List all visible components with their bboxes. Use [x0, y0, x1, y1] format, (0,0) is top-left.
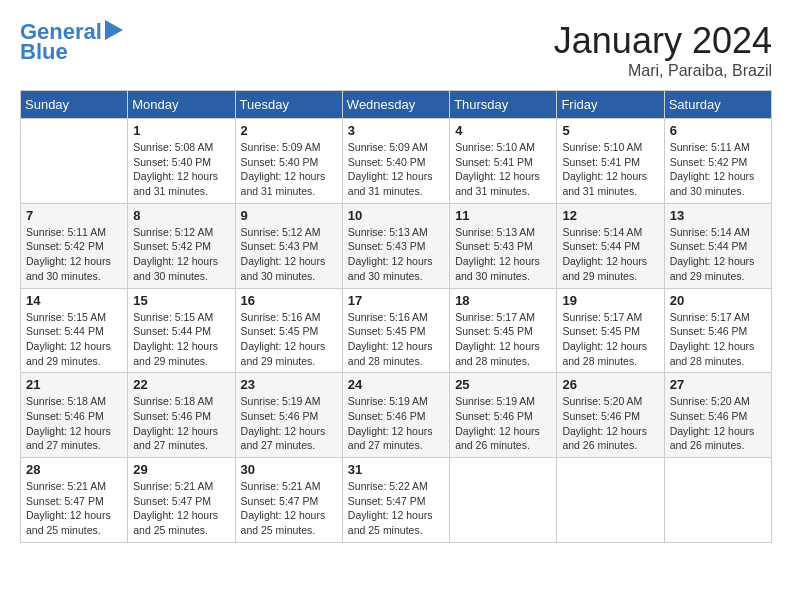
- day-info: Sunrise: 5:10 AMSunset: 5:41 PMDaylight:…: [455, 140, 551, 199]
- day-info: Sunrise: 5:19 AMSunset: 5:46 PMDaylight:…: [348, 394, 444, 453]
- day-number: 7: [26, 208, 122, 223]
- day-info: Sunrise: 5:08 AMSunset: 5:40 PMDaylight:…: [133, 140, 229, 199]
- day-number: 30: [241, 462, 337, 477]
- day-info: Sunrise: 5:18 AMSunset: 5:46 PMDaylight:…: [133, 394, 229, 453]
- day-info: Sunrise: 5:10 AMSunset: 5:41 PMDaylight:…: [562, 140, 658, 199]
- header: General Blue January 2024 Mari, Paraiba,…: [20, 20, 772, 80]
- day-number: 5: [562, 123, 658, 138]
- calendar-cell: 10Sunrise: 5:13 AMSunset: 5:43 PMDayligh…: [342, 203, 449, 288]
- weekday-header-tuesday: Tuesday: [235, 91, 342, 119]
- calendar-cell: [450, 458, 557, 543]
- weekday-header-thursday: Thursday: [450, 91, 557, 119]
- calendar-cell: 15Sunrise: 5:15 AMSunset: 5:44 PMDayligh…: [128, 288, 235, 373]
- svg-marker-0: [105, 20, 123, 40]
- calendar-cell: 28Sunrise: 5:21 AMSunset: 5:47 PMDayligh…: [21, 458, 128, 543]
- calendar-cell: 23Sunrise: 5:19 AMSunset: 5:46 PMDayligh…: [235, 373, 342, 458]
- day-info: Sunrise: 5:09 AMSunset: 5:40 PMDaylight:…: [241, 140, 337, 199]
- calendar-cell: 16Sunrise: 5:16 AMSunset: 5:45 PMDayligh…: [235, 288, 342, 373]
- day-number: 14: [26, 293, 122, 308]
- day-info: Sunrise: 5:15 AMSunset: 5:44 PMDaylight:…: [133, 310, 229, 369]
- calendar-cell: 1Sunrise: 5:08 AMSunset: 5:40 PMDaylight…: [128, 119, 235, 204]
- calendar-cell: 2Sunrise: 5:09 AMSunset: 5:40 PMDaylight…: [235, 119, 342, 204]
- day-number: 4: [455, 123, 551, 138]
- logo: General Blue: [20, 20, 123, 64]
- day-info: Sunrise: 5:19 AMSunset: 5:46 PMDaylight:…: [455, 394, 551, 453]
- day-number: 12: [562, 208, 658, 223]
- calendar-cell: 8Sunrise: 5:12 AMSunset: 5:42 PMDaylight…: [128, 203, 235, 288]
- day-number: 28: [26, 462, 122, 477]
- calendar-cell: 9Sunrise: 5:12 AMSunset: 5:43 PMDaylight…: [235, 203, 342, 288]
- day-info: Sunrise: 5:17 AMSunset: 5:45 PMDaylight:…: [455, 310, 551, 369]
- logo-arrow-icon: [105, 20, 123, 40]
- calendar-cell: 24Sunrise: 5:19 AMSunset: 5:46 PMDayligh…: [342, 373, 449, 458]
- calendar-cell: 30Sunrise: 5:21 AMSunset: 5:47 PMDayligh…: [235, 458, 342, 543]
- day-info: Sunrise: 5:21 AMSunset: 5:47 PMDaylight:…: [133, 479, 229, 538]
- calendar-cell: 11Sunrise: 5:13 AMSunset: 5:43 PMDayligh…: [450, 203, 557, 288]
- day-number: 29: [133, 462, 229, 477]
- calendar-cell: 26Sunrise: 5:20 AMSunset: 5:46 PMDayligh…: [557, 373, 664, 458]
- day-info: Sunrise: 5:17 AMSunset: 5:46 PMDaylight:…: [670, 310, 766, 369]
- weekday-header-sunday: Sunday: [21, 91, 128, 119]
- day-number: 25: [455, 377, 551, 392]
- day-info: Sunrise: 5:22 AMSunset: 5:47 PMDaylight:…: [348, 479, 444, 538]
- title-area: January 2024 Mari, Paraiba, Brazil: [554, 20, 772, 80]
- calendar-cell: 21Sunrise: 5:18 AMSunset: 5:46 PMDayligh…: [21, 373, 128, 458]
- day-number: 18: [455, 293, 551, 308]
- day-info: Sunrise: 5:14 AMSunset: 5:44 PMDaylight:…: [670, 225, 766, 284]
- day-info: Sunrise: 5:19 AMSunset: 5:46 PMDaylight:…: [241, 394, 337, 453]
- calendar-cell: 14Sunrise: 5:15 AMSunset: 5:44 PMDayligh…: [21, 288, 128, 373]
- calendar-cell: 3Sunrise: 5:09 AMSunset: 5:40 PMDaylight…: [342, 119, 449, 204]
- day-info: Sunrise: 5:12 AMSunset: 5:42 PMDaylight:…: [133, 225, 229, 284]
- day-info: Sunrise: 5:16 AMSunset: 5:45 PMDaylight:…: [241, 310, 337, 369]
- day-info: Sunrise: 5:13 AMSunset: 5:43 PMDaylight:…: [348, 225, 444, 284]
- day-info: Sunrise: 5:14 AMSunset: 5:44 PMDaylight:…: [562, 225, 658, 284]
- day-number: 22: [133, 377, 229, 392]
- day-number: 13: [670, 208, 766, 223]
- weekday-header-wednesday: Wednesday: [342, 91, 449, 119]
- day-number: 10: [348, 208, 444, 223]
- calendar-cell: 5Sunrise: 5:10 AMSunset: 5:41 PMDaylight…: [557, 119, 664, 204]
- day-number: 9: [241, 208, 337, 223]
- calendar-cell: 29Sunrise: 5:21 AMSunset: 5:47 PMDayligh…: [128, 458, 235, 543]
- day-number: 20: [670, 293, 766, 308]
- day-number: 31: [348, 462, 444, 477]
- day-number: 26: [562, 377, 658, 392]
- day-number: 1: [133, 123, 229, 138]
- weekday-header-monday: Monday: [128, 91, 235, 119]
- day-info: Sunrise: 5:18 AMSunset: 5:46 PMDaylight:…: [26, 394, 122, 453]
- week-row-2: 7Sunrise: 5:11 AMSunset: 5:42 PMDaylight…: [21, 203, 772, 288]
- calendar-cell: [557, 458, 664, 543]
- weekday-header-saturday: Saturday: [664, 91, 771, 119]
- calendar-cell: [664, 458, 771, 543]
- weekday-header-friday: Friday: [557, 91, 664, 119]
- day-number: 8: [133, 208, 229, 223]
- day-number: 24: [348, 377, 444, 392]
- day-info: Sunrise: 5:12 AMSunset: 5:43 PMDaylight:…: [241, 225, 337, 284]
- calendar-cell: 13Sunrise: 5:14 AMSunset: 5:44 PMDayligh…: [664, 203, 771, 288]
- day-info: Sunrise: 5:11 AMSunset: 5:42 PMDaylight:…: [26, 225, 122, 284]
- day-number: 23: [241, 377, 337, 392]
- calendar-cell: 31Sunrise: 5:22 AMSunset: 5:47 PMDayligh…: [342, 458, 449, 543]
- day-number: 19: [562, 293, 658, 308]
- day-number: 21: [26, 377, 122, 392]
- calendar-cell: 27Sunrise: 5:20 AMSunset: 5:46 PMDayligh…: [664, 373, 771, 458]
- week-row-1: 1Sunrise: 5:08 AMSunset: 5:40 PMDaylight…: [21, 119, 772, 204]
- logo-blue-text: Blue: [20, 40, 68, 64]
- day-info: Sunrise: 5:21 AMSunset: 5:47 PMDaylight:…: [241, 479, 337, 538]
- day-number: 16: [241, 293, 337, 308]
- day-info: Sunrise: 5:16 AMSunset: 5:45 PMDaylight:…: [348, 310, 444, 369]
- day-number: 15: [133, 293, 229, 308]
- calendar-cell: 25Sunrise: 5:19 AMSunset: 5:46 PMDayligh…: [450, 373, 557, 458]
- calendar-cell: 22Sunrise: 5:18 AMSunset: 5:46 PMDayligh…: [128, 373, 235, 458]
- calendar-table: SundayMondayTuesdayWednesdayThursdayFrid…: [20, 90, 772, 543]
- day-info: Sunrise: 5:21 AMSunset: 5:47 PMDaylight:…: [26, 479, 122, 538]
- day-info: Sunrise: 5:11 AMSunset: 5:42 PMDaylight:…: [670, 140, 766, 199]
- day-info: Sunrise: 5:17 AMSunset: 5:45 PMDaylight:…: [562, 310, 658, 369]
- calendar-cell: 17Sunrise: 5:16 AMSunset: 5:45 PMDayligh…: [342, 288, 449, 373]
- day-info: Sunrise: 5:20 AMSunset: 5:46 PMDaylight:…: [562, 394, 658, 453]
- calendar-cell: 12Sunrise: 5:14 AMSunset: 5:44 PMDayligh…: [557, 203, 664, 288]
- week-row-4: 21Sunrise: 5:18 AMSunset: 5:46 PMDayligh…: [21, 373, 772, 458]
- calendar-cell: 19Sunrise: 5:17 AMSunset: 5:45 PMDayligh…: [557, 288, 664, 373]
- calendar-cell: 7Sunrise: 5:11 AMSunset: 5:42 PMDaylight…: [21, 203, 128, 288]
- calendar-cell: 4Sunrise: 5:10 AMSunset: 5:41 PMDaylight…: [450, 119, 557, 204]
